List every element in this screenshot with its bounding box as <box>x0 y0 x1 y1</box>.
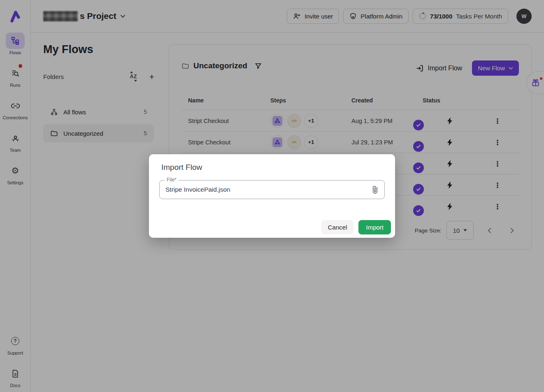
import-button[interactable]: Import <box>358 220 391 234</box>
file-field: File* <box>159 180 385 199</box>
file-field-label: File* <box>165 177 179 183</box>
cancel-button[interactable]: Cancel <box>321 220 354 234</box>
dialog-title: Import Flow <box>161 163 202 172</box>
import-flow-dialog: Import Flow File* Cancel Import <box>149 154 395 238</box>
file-input[interactable] <box>160 181 384 199</box>
